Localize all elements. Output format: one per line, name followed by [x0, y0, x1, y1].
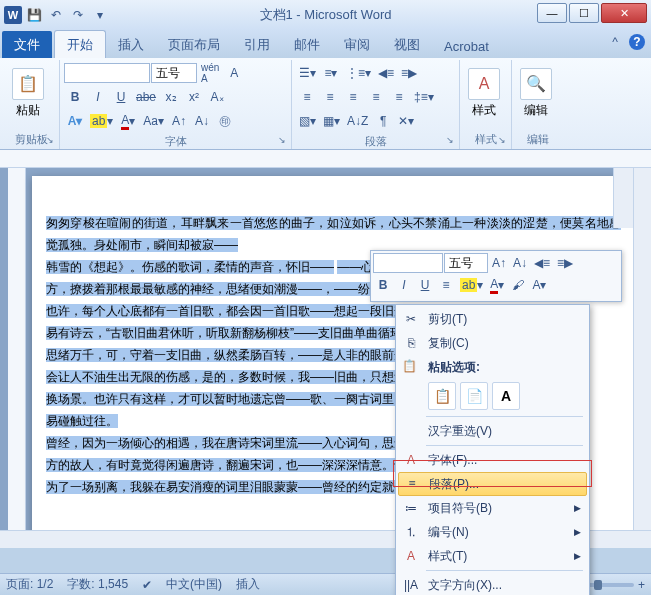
- styles-launcher-icon[interactable]: ↘: [495, 133, 509, 147]
- mini-italic-button[interactable]: I: [394, 275, 414, 295]
- tab-mailings[interactable]: 邮件: [282, 31, 332, 58]
- minimize-button[interactable]: —: [537, 3, 567, 23]
- phonetic-guide-icon[interactable]: wénA: [198, 62, 222, 84]
- clipboard-launcher-icon[interactable]: ↘: [43, 133, 57, 147]
- increase-indent-icon[interactable]: ≡▶: [398, 62, 420, 84]
- shading-icon[interactable]: ▧▾: [296, 110, 319, 132]
- zoom-in-icon[interactable]: +: [638, 578, 645, 592]
- show-marks-icon[interactable]: ¶: [372, 110, 394, 132]
- status-page[interactable]: 页面: 1/2: [6, 576, 53, 593]
- numbering-icon: ⒈: [402, 523, 420, 541]
- mini-center-icon[interactable]: ≡: [436, 275, 456, 295]
- align-right-icon[interactable]: ≡: [342, 86, 364, 108]
- tab-page-layout[interactable]: 页面布局: [156, 31, 232, 58]
- paste-keep-source-icon[interactable]: 📋: [428, 382, 456, 410]
- font-name-combo[interactable]: [64, 63, 150, 83]
- align-left-icon[interactable]: ≡: [296, 86, 318, 108]
- horizontal-ruler[interactable]: [0, 150, 651, 168]
- tab-home[interactable]: 开始: [54, 30, 106, 58]
- ctx-styles[interactable]: A样式(T)▶: [398, 544, 587, 568]
- char-border-icon[interactable]: A: [223, 62, 245, 84]
- mini-indent-left-icon[interactable]: ◀≡: [531, 253, 553, 273]
- help-icon[interactable]: ?: [629, 34, 645, 50]
- mini-bold-button[interactable]: B: [373, 275, 393, 295]
- styles-button[interactable]: A 样式: [464, 62, 504, 124]
- status-insert-mode[interactable]: 插入: [236, 576, 260, 593]
- grow-font-icon[interactable]: A↑: [168, 110, 190, 132]
- tab-file[interactable]: 文件: [2, 31, 52, 58]
- qat-dropdown-icon[interactable]: ▾: [90, 5, 110, 25]
- mini-font-color-icon[interactable]: A▾: [487, 275, 507, 295]
- numbering-icon[interactable]: ≡▾: [320, 62, 342, 84]
- mini-font-combo[interactable]: [373, 253, 443, 273]
- text-line: 思绪万千，可，守着一支旧曲，纵然柔肠百转，——是人非的眼前光景，: [46, 348, 430, 362]
- distributed-icon[interactable]: ≡: [388, 86, 410, 108]
- clear-format-button[interactable]: Aₓ: [206, 86, 228, 108]
- ctx-numbering[interactable]: ⒈编号(N)▶: [398, 520, 587, 544]
- vertical-scrollbar[interactable]: [633, 168, 651, 548]
- mini-styles-icon[interactable]: A▾: [529, 275, 549, 295]
- mini-format-painter-icon[interactable]: 🖌: [508, 275, 528, 295]
- bold-button[interactable]: B: [64, 86, 86, 108]
- align-center-icon[interactable]: ≡: [319, 86, 341, 108]
- ctx-copy[interactable]: ⎘复制(C): [398, 331, 587, 355]
- mini-grow-font-icon[interactable]: A↑: [489, 253, 509, 273]
- italic-button[interactable]: I: [87, 86, 109, 108]
- vertical-ruler[interactable]: [8, 168, 26, 548]
- paste-button[interactable]: 📋 粘贴: [8, 62, 48, 124]
- redo-icon[interactable]: ↷: [68, 5, 88, 25]
- word-icon[interactable]: W: [4, 6, 22, 24]
- text-effects-icon[interactable]: A▾: [64, 110, 86, 132]
- paste-merge-icon[interactable]: 📄: [460, 382, 488, 410]
- ctx-text-direction[interactable]: ||A文字方向(X)...: [398, 573, 587, 595]
- mini-shrink-font-icon[interactable]: A↓: [510, 253, 530, 273]
- tab-references[interactable]: 引用: [232, 31, 282, 58]
- tab-review[interactable]: 审阅: [332, 31, 382, 58]
- paste-options-icon: 📋: [402, 359, 417, 373]
- minimize-ribbon-icon[interactable]: ^: [607, 34, 623, 50]
- zoom-slider-thumb[interactable]: [594, 580, 602, 590]
- font-color-icon[interactable]: A▾: [117, 110, 139, 132]
- paste-text-only-icon[interactable]: A: [492, 382, 520, 410]
- ctx-cut[interactable]: ✂剪切(T): [398, 307, 587, 331]
- editing-button[interactable]: 🔍 编辑: [516, 62, 556, 124]
- status-proof-icon[interactable]: ✔: [142, 578, 152, 592]
- subscript-button[interactable]: x₂: [160, 86, 182, 108]
- superscript-button[interactable]: x²: [183, 86, 205, 108]
- ctx-font[interactable]: A字体(F)...: [398, 448, 587, 472]
- mini-size-combo[interactable]: 五号: [444, 253, 488, 273]
- status-language[interactable]: 中文(中国): [166, 576, 222, 593]
- tab-view[interactable]: 视图: [382, 31, 432, 58]
- maximize-button[interactable]: ☐: [569, 3, 599, 23]
- enclose-char-icon[interactable]: ㊞: [214, 110, 236, 132]
- decrease-indent-icon[interactable]: ◀≡: [375, 62, 397, 84]
- mini-highlight-icon[interactable]: ab▾: [457, 275, 486, 295]
- ctx-paragraph[interactable]: ≡段落(P)...: [398, 472, 587, 496]
- char-shading-icon[interactable]: Aa▾: [140, 110, 167, 132]
- strikethrough-button[interactable]: abe: [133, 86, 159, 108]
- sort-icon[interactable]: A↓Z: [344, 110, 371, 132]
- asian-layout-icon[interactable]: ✕▾: [395, 110, 417, 132]
- bullets-icon[interactable]: ☰▾: [296, 62, 319, 84]
- tab-insert[interactable]: 插入: [106, 31, 156, 58]
- mini-underline-button[interactable]: U: [415, 275, 435, 295]
- borders-icon[interactable]: ▦▾: [320, 110, 343, 132]
- shrink-font-icon[interactable]: A↓: [191, 110, 213, 132]
- ctx-bullets[interactable]: ≔项目符号(B)▶: [398, 496, 587, 520]
- save-icon[interactable]: 💾: [24, 5, 44, 25]
- font-launcher-icon[interactable]: ↘: [275, 133, 289, 147]
- paragraph-launcher-icon[interactable]: ↘: [443, 133, 457, 147]
- tab-acrobat[interactable]: Acrobat: [432, 34, 501, 58]
- status-words[interactable]: 字数: 1,545: [67, 576, 128, 593]
- highlight-icon[interactable]: ab▾: [87, 110, 116, 132]
- underline-button[interactable]: U: [110, 86, 132, 108]
- side-pane[interactable]: [613, 168, 633, 228]
- line-spacing-icon[interactable]: ‡≡▾: [411, 86, 437, 108]
- undo-icon[interactable]: ↶: [46, 5, 66, 25]
- mini-indent-right-icon[interactable]: ≡▶: [554, 253, 576, 273]
- multilevel-list-icon[interactable]: ⋮≡▾: [343, 62, 374, 84]
- justify-icon[interactable]: ≡: [365, 86, 387, 108]
- font-size-combo[interactable]: 五号: [151, 63, 197, 83]
- ctx-hanzi[interactable]: 汉字重选(V): [398, 419, 587, 443]
- close-button[interactable]: ✕: [601, 3, 647, 23]
